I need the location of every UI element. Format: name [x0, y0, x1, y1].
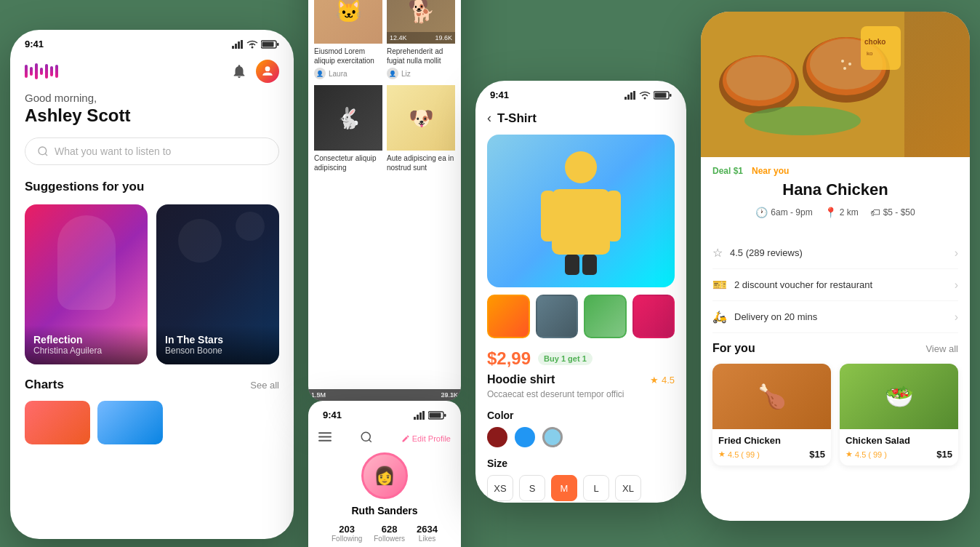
svg-rect-6: [262, 41, 274, 47]
suggestion-card-1[interactable]: Reflection Christina Aguilera: [25, 204, 148, 364]
card-title-2: In The Stars: [165, 334, 270, 346]
thumb-4[interactable]: [632, 295, 675, 338]
size-l[interactable]: L: [583, 475, 609, 501]
bell-icon[interactable]: [231, 63, 247, 79]
video-card-1[interactable]: 🐱 1.3M 12.3K Eiusmod Lorem aliquip exerc…: [314, 0, 382, 81]
view-all-button[interactable]: View all: [925, 343, 958, 354]
voucher-icon: 🎫: [712, 278, 727, 292]
size-xl[interactable]: XL: [615, 475, 641, 501]
video-title-1: Eiusmod Lorem aliquip exercitation: [314, 47, 382, 65]
voucher-row[interactable]: 🎫 2 discount voucher for restaurant ›: [712, 269, 958, 301]
distance-text: 2 km: [840, 207, 859, 217]
stat-following: 203 Following: [332, 524, 362, 543]
size-title: Size: [487, 458, 675, 469]
profile-avatar: 👩: [361, 452, 408, 499]
svg-point-4: [252, 46, 254, 48]
food-name-2: Chicken Salad: [846, 435, 952, 446]
chevron-delivery: ›: [955, 311, 958, 324]
author-avatar-2: 👤: [387, 68, 398, 79]
signal-icon: [232, 40, 244, 49]
back-arrow-icon[interactable]: ‹: [487, 111, 491, 126]
charts-see-all[interactable]: See all: [250, 380, 279, 391]
status-icons-1: [232, 40, 279, 49]
svg-rect-31: [624, 97, 627, 100]
for-you-section: For you View all 🍗 Fried Chicken ★ 4.5 (…: [701, 333, 970, 466]
chart-card-2[interactable]: [97, 401, 163, 444]
status-bar-1: 9:41: [10, 30, 294, 54]
user-avatar[interactable]: [256, 60, 279, 83]
deal-tags: Deal $1 Near you: [712, 166, 958, 176]
rating-row[interactable]: ☆ 4.5 (289 reviews) ›: [712, 237, 958, 269]
views-2: 12.4K: [390, 34, 407, 41]
charts-header: Charts See all: [25, 378, 279, 392]
food-card-2[interactable]: 🥗 Chicken Salad ★ 4.5 (99) $15: [840, 364, 958, 466]
food-card-body-2: Chicken Salad ★ 4.5 (99) $15: [840, 429, 958, 466]
time-3: 9:41: [490, 89, 509, 100]
color-blue[interactable]: [515, 427, 535, 447]
color-red[interactable]: [487, 427, 507, 447]
for-you-header: For you View all: [712, 342, 958, 355]
back-nav: ‹ T-Shirt: [487, 105, 675, 135]
product-thumbs: [487, 295, 675, 338]
likes-count: 2634: [417, 524, 438, 535]
svg-rect-33: [630, 92, 632, 100]
restaurant-name: Hana Chicken: [712, 180, 958, 199]
suggestions-title: Suggestions for you: [25, 180, 279, 194]
food-rating-2: ★ 4.5 (99): [846, 450, 887, 459]
video-title-2: Reprehenderit ad fugiat nulla mollit: [387, 47, 455, 65]
delivery-icon: 🛵: [712, 310, 727, 324]
svg-point-35: [644, 97, 646, 99]
signal-icon-2b: [414, 411, 425, 420]
food-cards: 🍗 Fried Chicken ★ 4.5 (99) $15 🥗: [712, 364, 958, 466]
video-meta-2: Reprehenderit ad fugiat nulla mollit 👤 L…: [387, 44, 455, 81]
phone-music-app: 9:41: [10, 30, 294, 539]
chart-card-1[interactable]: [25, 401, 90, 444]
chevron-rating: ›: [955, 247, 958, 260]
shopping-content: ‹ T-Shirt $2,99 Buy 1 get 1: [475, 105, 686, 501]
delivery-row[interactable]: 🛵 Delivery on 20 mins ›: [712, 301, 958, 333]
video-card-4[interactable]: 🐶 1.5M 29.1K Aute adipiscing ea in nostr…: [387, 85, 455, 174]
food-meta-1: ★ 4.5 (99) $15: [718, 449, 825, 460]
status-bar-3: 9:41: [475, 81, 686, 105]
profile-name: Ruth Sanders: [308, 505, 461, 516]
size-xs[interactable]: XS: [487, 475, 513, 501]
buy-badge: Buy 1 get 1: [538, 352, 593, 365]
header-action-icons: [231, 60, 279, 83]
food-meta-2: ★ 4.5 (99) $15: [846, 449, 952, 460]
status-icons-2bot: [414, 411, 446, 420]
profile-stats: 203 Following 628 Followers 2634 Likes: [308, 524, 461, 543]
edit-profile-label: Edit Profile: [412, 434, 451, 443]
color-skyblue[interactable]: [542, 427, 563, 447]
svg-rect-3: [241, 40, 243, 49]
food-card-body-1: Fried Chicken ★ 4.5 (99) $15: [712, 429, 831, 466]
suggestion-cards-container: Reflection Christina Aguilera In The Sta…: [25, 204, 279, 364]
rating-food-2: 4.5: [855, 450, 866, 459]
search-icon-profile[interactable]: [360, 431, 373, 447]
svg-rect-40: [552, 189, 610, 255]
svg-rect-2: [238, 41, 240, 49]
size-m[interactable]: M: [551, 475, 577, 501]
size-s[interactable]: S: [519, 475, 545, 501]
thumb-3[interactable]: [584, 295, 627, 338]
svg-point-8: [265, 66, 270, 71]
product-name: Hoodie shirt: [487, 373, 555, 386]
status-icons-3: [624, 91, 672, 100]
thumb-1[interactable]: [487, 295, 530, 338]
edit-profile-button[interactable]: Edit Profile: [401, 434, 451, 443]
suggestion-card-2[interactable]: In The Stars Benson Boone: [156, 204, 279, 364]
restaurant-meta: 🕐 6am - 9pm 📍 2 km 🏷 $5 - $50: [712, 207, 958, 218]
search-bar[interactable]: What you want to listen to: [25, 137, 279, 165]
food-card-1[interactable]: 🍗 Fried Chicken ★ 4.5 (99) $15: [712, 364, 831, 466]
phone-social-app: 9:41: [308, 0, 461, 401]
video-meta-4: Aute adipiscing ea in nostrud sunt: [387, 151, 455, 174]
menu-icon-profile[interactable]: [318, 432, 332, 445]
svg-rect-37: [655, 92, 667, 97]
video-card-2[interactable]: 🐕 Trending 12.4K 19.6K Reprehenderit ad …: [387, 0, 455, 81]
charts-row: [25, 401, 279, 444]
chevron-voucher: ›: [955, 279, 958, 292]
svg-point-53: [848, 63, 851, 65]
clock-icon: 🕐: [755, 207, 768, 218]
following-label: Following: [332, 535, 362, 543]
video-card-3[interactable]: 🐇 1.9M 34.3K Consectetur aliquip adipisc…: [314, 85, 382, 174]
thumb-2[interactable]: [536, 295, 579, 338]
